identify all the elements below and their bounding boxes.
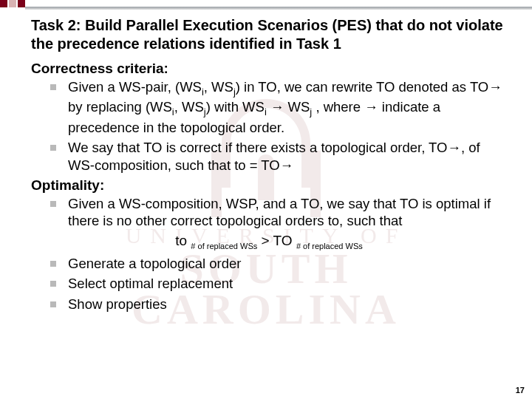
bullet-item: Generate a topological order [50,255,507,273]
bullet-text: → WS [267,99,310,115]
bullet-text: ) with WS [206,99,265,115]
formula-text: > TO [257,233,296,248]
bullet-list: Given a WS-composition, WSP, and a TO, w… [31,195,507,230]
bullet-item: Given a WS-pair, (WSi, WSj) in TO, we ca… [50,78,507,136]
formula-subscript: # of replaced WSs [191,242,257,250]
formula: to # of replaced WSs > TO # of replaced … [31,233,507,250]
bullet-text: , WS [174,99,204,115]
slide-title: Task 2: Build Parallel Execution Scenari… [31,16,507,53]
slide-top-decoration [0,0,532,10]
bullet-text: , WS [204,79,233,95]
deco-square [9,0,16,7]
section-correctness: Correctness criteria: [31,61,507,77]
formula-subscript: # of replaced WSs [296,242,363,250]
bullet-item: We say that TO is correct if there exist… [50,139,507,174]
bullet-item: Show properties [50,296,507,313]
bullet-text: Given a WS-pair, (WS [68,79,202,95]
bullet-list: Generate a topological order Select opti… [31,255,507,313]
section-optimality: Optimality: [31,177,507,194]
page-number: 17 [516,386,525,395]
deco-bar [25,7,532,10]
bullet-item: Select optimal replacement [50,275,507,293]
deco-square [18,0,25,7]
deco-square [0,0,7,7]
bullet-list: Given a WS-pair, (WSi, WSj) in TO, we ca… [31,78,507,174]
formula-text: to [175,233,191,248]
slide-content: Task 2: Build Parallel Execution Scenari… [0,0,532,313]
bullet-item: Given a WS-composition, WSP, and a TO, w… [50,195,507,230]
